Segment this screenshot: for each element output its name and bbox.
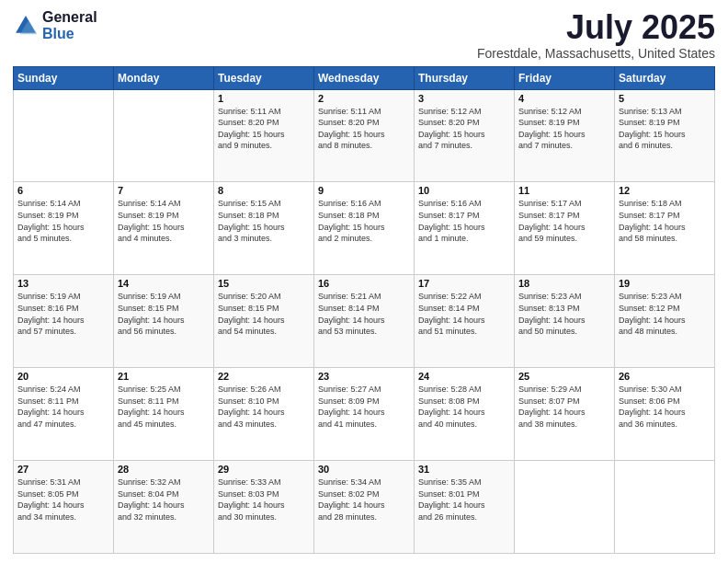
calendar-week-4: 27Sunrise: 5:31 AM Sunset: 8:05 PM Dayli… [14, 461, 715, 554]
cell-day-info: Sunrise: 5:14 AM Sunset: 8:19 PM Dayligh… [118, 198, 210, 244]
cell-day-number: 20 [17, 371, 109, 382]
calendar-body: 1Sunrise: 5:11 AM Sunset: 8:20 PM Daylig… [14, 89, 715, 553]
cell-day-info: Sunrise: 5:21 AM Sunset: 8:14 PM Dayligh… [318, 291, 410, 337]
calendar-cell: 4Sunrise: 5:12 AM Sunset: 8:19 PM Daylig… [515, 89, 615, 182]
cell-day-info: Sunrise: 5:30 AM Sunset: 8:06 PM Dayligh… [619, 384, 711, 430]
calendar-cell: 17Sunrise: 5:22 AM Sunset: 8:14 PM Dayli… [415, 275, 515, 368]
cell-day-info: Sunrise: 5:13 AM Sunset: 8:19 PM Dayligh… [619, 106, 711, 152]
cell-day-number: 10 [418, 185, 510, 196]
cell-day-number: 18 [518, 278, 610, 289]
calendar-cell [615, 461, 715, 554]
cell-day-info: Sunrise: 5:27 AM Sunset: 8:09 PM Dayligh… [318, 384, 410, 430]
calendar-cell: 16Sunrise: 5:21 AM Sunset: 8:14 PM Dayli… [314, 275, 415, 368]
cell-day-number: 25 [518, 371, 610, 382]
calendar-cell: 30Sunrise: 5:34 AM Sunset: 8:02 PM Dayli… [314, 461, 415, 554]
calendar-cell: 25Sunrise: 5:29 AM Sunset: 8:07 PM Dayli… [515, 368, 615, 461]
weekday-header-sunday: Sunday [14, 66, 114, 89]
cell-day-info: Sunrise: 5:22 AM Sunset: 8:14 PM Dayligh… [418, 291, 510, 337]
cell-day-number: 30 [318, 464, 410, 475]
cell-day-number: 6 [17, 185, 109, 196]
cell-day-info: Sunrise: 5:25 AM Sunset: 8:11 PM Dayligh… [118, 384, 210, 430]
header: General Blue July 2025 Forestdale, Massa… [13, 9, 715, 61]
calendar-table: SundayMondayTuesdayWednesdayThursdayFrid… [13, 66, 715, 554]
cell-day-number: 29 [218, 464, 310, 475]
logo-icon [13, 13, 39, 39]
cell-day-number: 23 [318, 371, 410, 382]
cell-day-number: 22 [218, 371, 310, 382]
calendar-cell: 23Sunrise: 5:27 AM Sunset: 8:09 PM Dayli… [314, 368, 415, 461]
cell-day-info: Sunrise: 5:28 AM Sunset: 8:08 PM Dayligh… [418, 384, 510, 430]
cell-day-number: 11 [518, 185, 610, 196]
cell-day-info: Sunrise: 5:23 AM Sunset: 8:12 PM Dayligh… [619, 291, 711, 337]
cell-day-info: Sunrise: 5:33 AM Sunset: 8:03 PM Dayligh… [218, 477, 310, 523]
calendar-week-3: 20Sunrise: 5:24 AM Sunset: 8:11 PM Dayli… [14, 368, 715, 461]
cell-day-info: Sunrise: 5:16 AM Sunset: 8:17 PM Dayligh… [418, 198, 510, 244]
calendar-cell: 27Sunrise: 5:31 AM Sunset: 8:05 PM Dayli… [14, 461, 114, 554]
cell-day-number: 12 [619, 185, 711, 196]
logo-text: General Blue [42, 9, 97, 41]
cell-day-info: Sunrise: 5:16 AM Sunset: 8:18 PM Dayligh… [318, 198, 410, 244]
weekday-row: SundayMondayTuesdayWednesdayThursdayFrid… [14, 66, 715, 89]
calendar-week-0: 1Sunrise: 5:11 AM Sunset: 8:20 PM Daylig… [14, 89, 715, 182]
calendar-cell [14, 89, 114, 182]
calendar-week-1: 6Sunrise: 5:14 AM Sunset: 8:19 PM Daylig… [14, 182, 715, 275]
calendar-cell: 20Sunrise: 5:24 AM Sunset: 8:11 PM Dayli… [14, 368, 114, 461]
calendar-cell: 28Sunrise: 5:32 AM Sunset: 8:04 PM Dayli… [114, 461, 214, 554]
cell-day-info: Sunrise: 5:35 AM Sunset: 8:01 PM Dayligh… [418, 477, 510, 523]
calendar-cell: 21Sunrise: 5:25 AM Sunset: 8:11 PM Dayli… [114, 368, 214, 461]
cell-day-info: Sunrise: 5:34 AM Sunset: 8:02 PM Dayligh… [318, 477, 410, 523]
cell-day-number: 8 [218, 185, 310, 196]
cell-day-info: Sunrise: 5:23 AM Sunset: 8:13 PM Dayligh… [518, 291, 610, 337]
cell-day-info: Sunrise: 5:19 AM Sunset: 8:15 PM Dayligh… [118, 291, 210, 337]
cell-day-info: Sunrise: 5:32 AM Sunset: 8:04 PM Dayligh… [118, 477, 210, 523]
calendar-cell: 12Sunrise: 5:18 AM Sunset: 8:17 PM Dayli… [615, 182, 715, 275]
calendar-cell: 22Sunrise: 5:26 AM Sunset: 8:10 PM Dayli… [214, 368, 314, 461]
cell-day-info: Sunrise: 5:20 AM Sunset: 8:15 PM Dayligh… [218, 291, 310, 337]
cell-day-number: 27 [17, 464, 109, 475]
cell-day-number: 9 [318, 185, 410, 196]
cell-day-info: Sunrise: 5:29 AM Sunset: 8:07 PM Dayligh… [518, 384, 610, 430]
cell-day-info: Sunrise: 5:14 AM Sunset: 8:19 PM Dayligh… [17, 198, 109, 244]
logo: General Blue [13, 9, 97, 41]
cell-day-info: Sunrise: 5:19 AM Sunset: 8:16 PM Dayligh… [17, 291, 109, 337]
cell-day-info: Sunrise: 5:11 AM Sunset: 8:20 PM Dayligh… [318, 106, 410, 152]
calendar-cell: 8Sunrise: 5:15 AM Sunset: 8:18 PM Daylig… [214, 182, 314, 275]
calendar-cell: 9Sunrise: 5:16 AM Sunset: 8:18 PM Daylig… [314, 182, 415, 275]
calendar-cell [515, 461, 615, 554]
calendar-cell: 29Sunrise: 5:33 AM Sunset: 8:03 PM Dayli… [214, 461, 314, 554]
cell-day-number: 21 [118, 371, 210, 382]
cell-day-number: 28 [118, 464, 210, 475]
cell-day-info: Sunrise: 5:31 AM Sunset: 8:05 PM Dayligh… [17, 477, 109, 523]
cell-day-number: 15 [218, 278, 310, 289]
cell-day-info: Sunrise: 5:15 AM Sunset: 8:18 PM Dayligh… [218, 198, 310, 244]
cell-day-number: 4 [518, 93, 610, 104]
calendar-header: SundayMondayTuesdayWednesdayThursdayFrid… [14, 66, 715, 89]
cell-day-number: 31 [418, 464, 510, 475]
calendar-cell: 10Sunrise: 5:16 AM Sunset: 8:17 PM Dayli… [415, 182, 515, 275]
calendar-title: July 2025 [477, 9, 715, 46]
cell-day-number: 19 [619, 278, 711, 289]
title-block: July 2025 Forestdale, Massachusetts, Uni… [477, 9, 715, 61]
page: General Blue July 2025 Forestdale, Massa… [0, 0, 728, 563]
calendar-cell: 19Sunrise: 5:23 AM Sunset: 8:12 PM Dayli… [615, 275, 715, 368]
calendar-cell: 2Sunrise: 5:11 AM Sunset: 8:20 PM Daylig… [314, 89, 415, 182]
cell-day-number: 16 [318, 278, 410, 289]
calendar-cell: 15Sunrise: 5:20 AM Sunset: 8:15 PM Dayli… [214, 275, 314, 368]
cell-day-number: 3 [418, 93, 510, 104]
calendar-cell: 26Sunrise: 5:30 AM Sunset: 8:06 PM Dayli… [615, 368, 715, 461]
calendar-cell: 14Sunrise: 5:19 AM Sunset: 8:15 PM Dayli… [114, 275, 214, 368]
calendar-cell: 11Sunrise: 5:17 AM Sunset: 8:17 PM Dayli… [515, 182, 615, 275]
cell-day-number: 13 [17, 278, 109, 289]
cell-day-number: 24 [418, 371, 510, 382]
calendar-cell: 1Sunrise: 5:11 AM Sunset: 8:20 PM Daylig… [214, 89, 314, 182]
calendar-cell: 3Sunrise: 5:12 AM Sunset: 8:20 PM Daylig… [415, 89, 515, 182]
calendar-cell: 18Sunrise: 5:23 AM Sunset: 8:13 PM Dayli… [515, 275, 615, 368]
logo-general-text: General [42, 9, 97, 26]
cell-day-info: Sunrise: 5:12 AM Sunset: 8:20 PM Dayligh… [418, 106, 510, 152]
weekday-header-tuesday: Tuesday [214, 66, 314, 89]
cell-day-info: Sunrise: 5:18 AM Sunset: 8:17 PM Dayligh… [619, 198, 711, 244]
calendar-location: Forestdale, Massachusetts, United States [477, 46, 715, 61]
weekday-header-thursday: Thursday [415, 66, 515, 89]
logo-blue-text: Blue [42, 26, 97, 42]
weekday-header-friday: Friday [515, 66, 615, 89]
